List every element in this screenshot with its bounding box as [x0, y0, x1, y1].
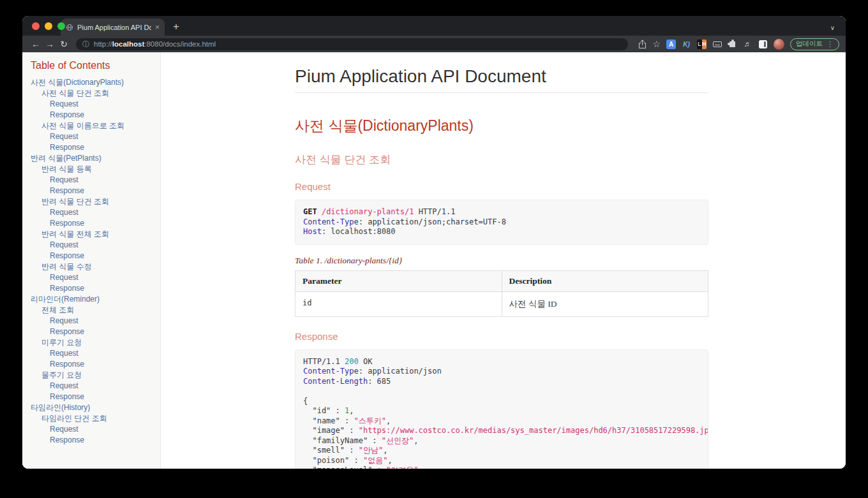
reload-icon[interactable]: ↻ — [57, 39, 71, 49]
response-heading: Response — [295, 331, 708, 342]
side-panel-icon[interactable] — [758, 40, 768, 49]
toc-link[interactable]: 반려 식물 단건 조회 — [41, 197, 109, 206]
column-header-parameter: Parameter — [296, 270, 502, 291]
url-path: :8080/docs/index.html — [144, 40, 216, 48]
toc-link[interactable]: Response — [50, 392, 84, 401]
toc-item: 반려 식물(PetPlants) — [31, 153, 156, 164]
extensions-puzzle-icon[interactable] — [728, 40, 737, 49]
toc-link[interactable]: Request — [50, 240, 79, 249]
toc-link-history[interactable]: 타임라인(History) — [31, 403, 90, 412]
site-info-icon[interactable]: ⓘ — [82, 40, 89, 49]
toc-item: Response — [31, 435, 156, 446]
globe-favicon-icon — [66, 24, 73, 31]
toc-link[interactable]: 타임라인 단건 조회 — [41, 414, 107, 423]
toc-item: 미루기 요청 — [31, 337, 156, 348]
toc-link[interactable]: 반려 식물 전체 조회 — [41, 230, 109, 238]
toc-link[interactable]: Response — [50, 186, 84, 195]
toc-item: Response — [31, 186, 156, 196]
table-caption: Table 1. /dictionary-plants/{id} — [295, 256, 708, 266]
toc-item: Request — [31, 240, 156, 251]
lh-right-glyph: H — [702, 40, 707, 49]
playlist-extension-icon[interactable]: ♬ — [743, 40, 752, 49]
page-title: Pium Application API Document — [295, 66, 708, 93]
toc-link[interactable]: 물주기 요청 — [41, 370, 82, 379]
toc-link[interactable]: Response — [50, 110, 84, 119]
table-row: id 사전 식물 ID — [296, 291, 708, 316]
toc-link[interactable]: Response — [50, 360, 84, 369]
translate-extension-icon[interactable]: A — [666, 40, 676, 49]
toc-item: 타임라인 단건 조회 — [31, 413, 156, 424]
profile-avatar[interactable] — [774, 39, 784, 50]
toc-link[interactable]: 반려 식물 등록 — [41, 165, 92, 173]
toc-link[interactable]: 전체 조회 — [41, 305, 74, 314]
toc-link[interactable]: Response — [50, 143, 84, 152]
update-button[interactable]: 업데이트 ⋮ — [790, 38, 839, 50]
parameter-table: Parameter Description id 사전 식물 ID — [295, 270, 708, 317]
url-host: localhost — [112, 40, 144, 48]
browser-toolbar: ← → ↻ ⓘ http://localhost:8080/docs/index… — [22, 36, 846, 52]
toc-link[interactable]: 반려 식물 수정 — [41, 262, 92, 271]
new-tab-button[interactable]: + — [173, 20, 179, 33]
toc-link[interactable]: Request — [50, 99, 79, 108]
toc-link[interactable]: Request — [50, 381, 79, 390]
tab-search-chevron-icon[interactable]: ∨ — [830, 24, 835, 31]
tab-title: Pium Application API Documen — [77, 24, 151, 31]
dictionary-extension-icon[interactable]: K) — [682, 40, 691, 49]
toc-item: 반려 식물 전체 조회 — [31, 229, 156, 240]
tab-close-icon[interactable]: × — [155, 24, 160, 31]
lh-extension-icon[interactable]: LH — [697, 40, 707, 49]
update-label: 업데이트 — [796, 40, 823, 48]
request-heading: Request — [295, 181, 708, 192]
toc-link[interactable]: Request — [50, 132, 79, 141]
toc-item: Request — [31, 131, 156, 142]
toc-link[interactable]: Request — [50, 273, 79, 282]
toc-item: 물주기 요청 — [31, 370, 156, 381]
toc-item: 전체 조회 — [31, 305, 156, 316]
toc-link-dictionary-plants[interactable]: 사전 식물(DictionaryPlants) — [31, 78, 124, 87]
toc-item: Response — [31, 283, 156, 294]
toc-item: Request — [31, 207, 156, 218]
toc-item: 반려 식물 수정 — [31, 261, 156, 272]
browser-menu-icon[interactable]: ⋮ — [827, 40, 834, 48]
toc-link[interactable]: Request — [50, 175, 79, 184]
toc-link[interactable]: 미루기 요청 — [41, 338, 82, 347]
toc-item: 사전 식물 단건 조회 — [31, 88, 156, 99]
toc-link[interactable]: 사전 식물 단건 조회 — [41, 89, 109, 98]
toc-item: Response — [31, 326, 156, 337]
lh-left-glyph: L — [697, 40, 702, 49]
toc-link[interactable]: Request — [50, 316, 79, 325]
toc-item: Response — [31, 251, 156, 261]
tab-strip: Pium Application API Documen × + ∨ — [22, 16, 846, 36]
toc-link-reminder[interactable]: 리마인더(Reminder) — [31, 295, 100, 304]
share-icon[interactable] — [638, 40, 647, 49]
table-of-contents: Table of Contents 사전 식물(DictionaryPlants… — [22, 52, 161, 469]
toc-link[interactable]: Response — [50, 219, 84, 228]
zoom-window-button[interactable] — [57, 22, 65, 30]
toc-link[interactable]: Request — [50, 349, 79, 358]
address-bar[interactable]: ⓘ http://localhost:8080/docs/index.html — [76, 38, 628, 50]
toc-link[interactable]: Request — [50, 208, 79, 217]
close-window-button[interactable] — [32, 22, 40, 30]
back-icon[interactable]: ← — [29, 39, 43, 49]
toc-item: 반려 식물 단건 조회 — [31, 196, 156, 207]
toc-item: Request — [31, 316, 156, 326]
minimize-window-button[interactable] — [45, 22, 52, 30]
toc-link[interactable]: Request — [50, 425, 79, 434]
document-body: Pium Application API Document 사전 식물(Dict… — [161, 52, 846, 469]
toc-link[interactable]: Response — [50, 436, 84, 444]
toolbar-actions: ☆ A K) LH ♬ 업데이트 ⋮ — [638, 38, 839, 50]
toc-link[interactable]: Response — [50, 327, 84, 336]
toc-link-pet-plants[interactable]: 반려 식물(PetPlants) — [31, 154, 101, 163]
browser-window: Pium Application API Documen × + ∨ ← → ↻… — [22, 16, 846, 469]
page-content: Table of Contents 사전 식물(DictionaryPlants… — [22, 52, 846, 469]
keyboard-extension-icon[interactable] — [712, 40, 722, 49]
toc-item: Request — [31, 348, 156, 359]
forward-icon[interactable]: → — [43, 39, 57, 49]
toc-link[interactable]: 사전 식물 이름으로 조회 — [41, 121, 124, 130]
toc-item: Response — [31, 110, 156, 121]
toc-item: 반려 식물 등록 — [31, 164, 156, 175]
toc-link[interactable]: Response — [50, 284, 84, 293]
browser-tab[interactable]: Pium Application API Documen × — [61, 18, 165, 36]
bookmark-star-icon[interactable]: ☆ — [652, 39, 661, 49]
toc-link[interactable]: Response — [50, 251, 84, 260]
